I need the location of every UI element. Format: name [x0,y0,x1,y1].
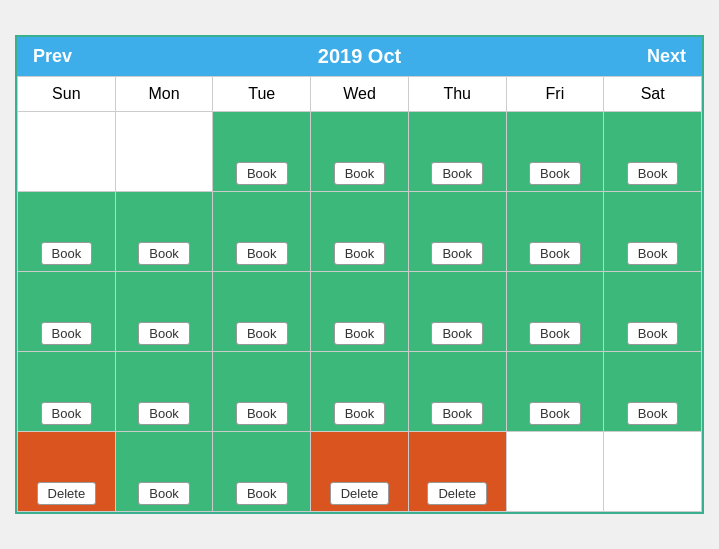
prev-button[interactable]: Prev [33,46,72,67]
book-button[interactable]: Book [41,242,93,265]
book-button[interactable]: Book [41,322,93,345]
next-button[interactable]: Next [647,46,686,67]
calendar-cell [116,112,214,192]
book-button[interactable]: Book [334,322,386,345]
calendar-cell: Book [311,352,409,432]
calendar-cell: Delete [18,432,116,512]
calendar-cell: Book [213,272,311,352]
book-button[interactable]: Book [431,242,483,265]
book-button[interactable]: Book [334,242,386,265]
book-button[interactable]: Book [138,482,190,505]
calendar-cell: Book [604,272,702,352]
calendar-cell: Book [116,432,214,512]
calendar-cell: Book [116,192,214,272]
book-button[interactable]: Book [627,242,679,265]
calendar-cell: Book [213,352,311,432]
calendar-cell: Book [311,192,409,272]
calendar-cell: Book [507,272,605,352]
book-button[interactable]: Book [529,162,581,185]
book-button[interactable]: Book [431,322,483,345]
calendar-cell: Book [116,352,214,432]
calendar-cell: Book [18,272,116,352]
calendar-cell: Book [409,112,507,192]
day-header-fri: Fri [507,77,605,112]
book-button[interactable]: Book [334,162,386,185]
calendar-title: 2019 Oct [318,45,401,68]
book-button[interactable]: Book [529,322,581,345]
calendar: Prev 2019 Oct Next SunMonTueWedThuFriSat… [15,35,704,514]
calendar-cell: Book [507,192,605,272]
delete-button[interactable]: Delete [330,482,390,505]
calendar-cell: Book [604,352,702,432]
calendar-cell: Book [213,112,311,192]
calendar-cell: Delete [311,432,409,512]
calendar-cell: Book [507,112,605,192]
calendar-cell [604,432,702,512]
book-button[interactable]: Book [236,162,288,185]
book-button[interactable]: Book [627,162,679,185]
calendar-cell: Book [116,272,214,352]
calendar-cell: Book [507,352,605,432]
calendar-cell: Book [409,192,507,272]
calendar-cell: Book [311,112,409,192]
book-button[interactable]: Book [236,322,288,345]
calendar-grid: SunMonTueWedThuFriSatBookBookBookBookBoo… [17,76,702,512]
calendar-cell: Delete [409,432,507,512]
calendar-cell: Book [213,432,311,512]
book-button[interactable]: Book [431,402,483,425]
book-button[interactable]: Book [236,242,288,265]
book-button[interactable]: Book [138,242,190,265]
book-button[interactable]: Book [41,402,93,425]
day-header-sun: Sun [18,77,116,112]
book-button[interactable]: Book [627,322,679,345]
delete-button[interactable]: Delete [37,482,97,505]
calendar-cell [507,432,605,512]
book-button[interactable]: Book [627,402,679,425]
book-button[interactable]: Book [138,402,190,425]
day-header-wed: Wed [311,77,409,112]
calendar-cell: Book [604,192,702,272]
book-button[interactable]: Book [236,482,288,505]
day-header-mon: Mon [116,77,214,112]
calendar-cell [18,112,116,192]
book-button[interactable]: Book [529,242,581,265]
book-button[interactable]: Book [334,402,386,425]
calendar-cell: Book [18,192,116,272]
book-button[interactable]: Book [529,402,581,425]
calendar-cell: Book [18,352,116,432]
calendar-cell: Book [409,272,507,352]
calendar-cell: Book [409,352,507,432]
calendar-cell: Book [213,192,311,272]
day-header-tue: Tue [213,77,311,112]
calendar-header: Prev 2019 Oct Next [17,37,702,76]
book-button[interactable]: Book [138,322,190,345]
day-header-sat: Sat [604,77,702,112]
calendar-cell: Book [604,112,702,192]
book-button[interactable]: Book [431,162,483,185]
book-button[interactable]: Book [236,402,288,425]
day-header-thu: Thu [409,77,507,112]
delete-button[interactable]: Delete [427,482,487,505]
calendar-cell: Book [311,272,409,352]
